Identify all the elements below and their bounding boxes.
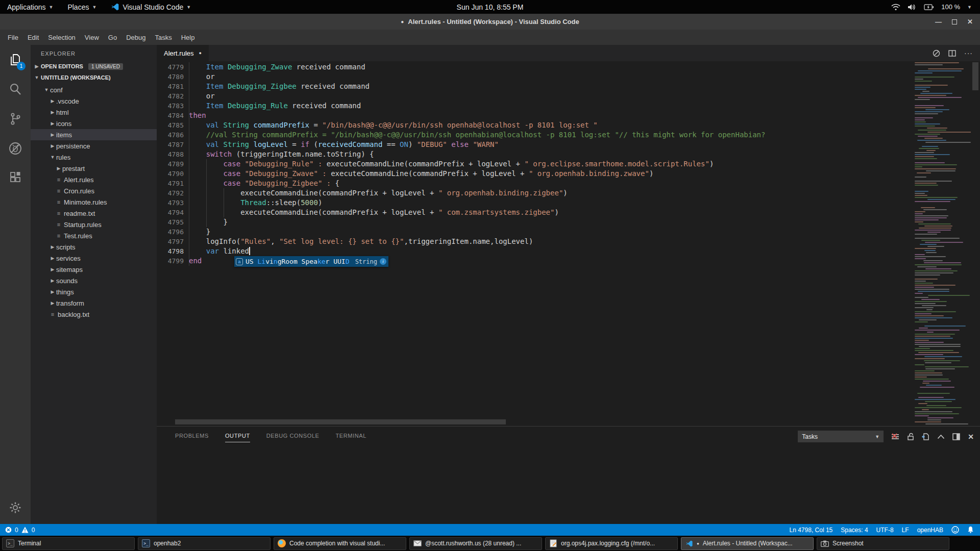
taskbar-button-terminal2[interactable]: >_openhab2 bbox=[138, 537, 271, 550]
tree-item-test-rules[interactable]: ≡Test.rules bbox=[31, 230, 157, 241]
vertical-scrollbar[interactable] bbox=[972, 62, 978, 90]
autocomplete-popup[interactable]: a US LivingRoom Speaker UUID String i bbox=[234, 256, 388, 267]
explorer-activity-button[interactable]: 1 bbox=[0, 45, 31, 74]
open-log-file-icon[interactable] bbox=[922, 433, 929, 441]
code-line-4795[interactable]: 4795 } bbox=[157, 217, 980, 227]
code-line-4792[interactable]: 4792 executeCommandLine(commandPrefix + … bbox=[157, 188, 980, 198]
tree-item-backlog-txt[interactable]: ≡backlog.txt bbox=[31, 309, 157, 320]
code-line-4786[interactable]: 4786 //val String commandPrefix = "/bin/… bbox=[157, 130, 980, 140]
tree-item-alert-rules[interactable]: ≡Alert.rules bbox=[31, 174, 157, 185]
close-button[interactable]: ✕ bbox=[967, 18, 973, 25]
circle-slash-icon[interactable] bbox=[933, 49, 940, 57]
cursor-position[interactable]: Ln 4798, Col 15 bbox=[790, 527, 833, 534]
taskbar-button-firefox[interactable]: Code completion with visual studi... bbox=[274, 537, 406, 550]
maximize-panel-icon[interactable] bbox=[937, 434, 945, 439]
tree-item-html[interactable]: ▶html bbox=[31, 107, 157, 118]
code-line-4785[interactable]: 4785 val String commandPrefix = "/bin/ba… bbox=[157, 120, 980, 130]
menu-view[interactable]: View bbox=[80, 32, 104, 43]
tree-item-sitemaps[interactable]: ▶sitemaps bbox=[31, 264, 157, 275]
menu-tasks[interactable]: Tasks bbox=[150, 32, 176, 43]
tree-item-services[interactable]: ▶services bbox=[31, 253, 157, 264]
tree-item-persistence[interactable]: ▶persistence bbox=[31, 140, 157, 152]
maximize-button[interactable] bbox=[952, 19, 957, 24]
menu-selection[interactable]: Selection bbox=[43, 32, 80, 43]
clear-output-icon[interactable] bbox=[891, 433, 899, 441]
minimap[interactable] bbox=[914, 61, 971, 426]
panel-tab-output[interactable]: OUTPUT bbox=[225, 433, 250, 442]
applications-menu[interactable]: Applications ▼ bbox=[0, 0, 60, 14]
tree-item-conf[interactable]: ▼conf bbox=[31, 84, 157, 95]
notifications-bell-icon[interactable] bbox=[967, 526, 974, 534]
tree-item-readme-txt[interactable]: ≡readme.txt bbox=[31, 208, 157, 219]
tree-item-startup-rules[interactable]: ≡Startup.rules bbox=[31, 219, 157, 230]
eol-status[interactable]: LF bbox=[902, 527, 909, 534]
tab-alert-rules[interactable]: Alert.rules ● bbox=[157, 45, 209, 61]
language-mode[interactable]: openHAB bbox=[917, 527, 943, 534]
feedback-smiley-icon[interactable] bbox=[951, 526, 959, 534]
window-titlebar[interactable]: ● Alert.rules - Untitled (Workspace) - V… bbox=[0, 14, 980, 30]
code-line-4794[interactable]: 4794 executeCommandLine(commandPrefix + … bbox=[157, 208, 980, 217]
code-line-4788[interactable]: 4788 switch (triggeringItem.name.toStrin… bbox=[157, 149, 980, 159]
taskbar-button-editor[interactable]: org.ops4j.pax.logging.cfg (/mnt/o... bbox=[545, 537, 678, 550]
split-editor-icon[interactable] bbox=[948, 49, 956, 57]
code-line-4789[interactable]: 4789 case "Debugging_Rule" : executeComm… bbox=[157, 159, 980, 169]
menu-file[interactable]: File bbox=[3, 32, 23, 43]
tree-item-minimote-rules[interactable]: ≡Minimote.rules bbox=[31, 196, 157, 208]
code-line-4797[interactable]: 4797 logInfo("Rules", "Set log level: {}… bbox=[157, 237, 980, 246]
extensions-activity-button[interactable] bbox=[0, 163, 31, 193]
manage-button[interactable] bbox=[0, 495, 31, 520]
debug-activity-button[interactable] bbox=[0, 134, 31, 163]
indentation-status[interactable]: Spaces: 4 bbox=[841, 527, 868, 534]
code-line-4787[interactable]: 4787 val String logLevel = if (receivedC… bbox=[157, 140, 980, 149]
places-menu[interactable]: Places ▼ bbox=[60, 0, 104, 14]
close-panel-icon[interactable]: ✕ bbox=[968, 433, 974, 441]
tree-item-prestart[interactable]: ▶prestart bbox=[31, 163, 157, 174]
tree-item--vscode[interactable]: ▶.vscode bbox=[31, 95, 157, 107]
tree-item-things[interactable]: ▶things bbox=[31, 286, 157, 297]
menu-go[interactable]: Go bbox=[104, 32, 121, 43]
code-line-4790[interactable]: 4790 case "Debugging_Zwave" : executeCom… bbox=[157, 169, 980, 179]
taskbar-button-terminal[interactable]: >_Terminal bbox=[2, 537, 135, 550]
code-line-4781[interactable]: 4781 Item Debugging_Zigbee received comm… bbox=[157, 82, 980, 91]
tree-item-rules[interactable]: ▼rules bbox=[31, 152, 157, 163]
menu-debug[interactable]: Debug bbox=[121, 32, 150, 43]
search-activity-button[interactable] bbox=[0, 74, 31, 104]
panel-tab-debug-console[interactable]: DEBUG CONSOLE bbox=[266, 433, 320, 442]
taskbar-button-vscode[interactable]: ●Alert.rules - Untitled (Workspac... bbox=[681, 537, 814, 550]
tree-item-scripts[interactable]: ▶scripts bbox=[31, 241, 157, 253]
tasks-dropdown[interactable]: Tasks ▼ bbox=[798, 431, 884, 442]
code-line-4779[interactable]: 4779 Item Debugging_Zwave received comma… bbox=[157, 62, 980, 72]
workspace-section[interactable]: ▼ UNTITLED (WORKSPACE) bbox=[31, 72, 157, 83]
code-editor[interactable]: 4779 Item Debugging_Zwave received comma… bbox=[157, 62, 980, 266]
app-title-menu[interactable]: Visual Studio Code ▼ bbox=[104, 0, 198, 14]
tree-item-transform[interactable]: ▶transform bbox=[31, 297, 157, 309]
problems-status[interactable]: 0 0 bbox=[0, 527, 35, 534]
code-line-4791[interactable]: 4791 case "Debugging_Zigbee" : { bbox=[157, 179, 980, 188]
tree-item-items[interactable]: ▶items bbox=[31, 129, 157, 140]
taskbar-button-mail[interactable]: @scott.rushworth.us (28 unread) ... bbox=[409, 537, 542, 550]
unlock-scroll-icon[interactable] bbox=[907, 433, 914, 441]
panel-tab-problems[interactable]: PROBLEMS bbox=[175, 433, 209, 442]
taskbar-button-screenshot[interactable]: Screenshot bbox=[817, 537, 949, 550]
minimize-button[interactable]: — bbox=[935, 18, 942, 25]
tree-item-sounds[interactable]: ▶sounds bbox=[31, 275, 157, 286]
panel-layout-icon[interactable] bbox=[952, 433, 960, 440]
code-line-4793[interactable]: 4793 Thread::sleep(5000) bbox=[157, 198, 980, 208]
menu-edit[interactable]: Edit bbox=[23, 32, 43, 43]
tree-item-icons[interactable]: ▶icons bbox=[31, 118, 157, 129]
code-line-4782[interactable]: 4782 or bbox=[157, 91, 980, 101]
open-editors-section[interactable]: ▶ OPEN EDITORS 1 UNSAVED bbox=[31, 61, 157, 72]
menu-help[interactable]: Help bbox=[177, 32, 200, 43]
more-actions-icon[interactable]: ··· bbox=[964, 49, 973, 57]
panel-tab-terminal[interactable]: TERMINAL bbox=[336, 433, 366, 442]
source-control-activity-button[interactable] bbox=[0, 104, 31, 134]
code-line-4783[interactable]: 4783 Item Debugging_Rule received comman… bbox=[157, 101, 980, 111]
code-line-4798[interactable]: 4798 var linked bbox=[157, 246, 980, 256]
code-line-4796[interactable]: 4796 } bbox=[157, 227, 980, 237]
horizontal-scrollbar[interactable] bbox=[175, 419, 506, 424]
code-line-4784[interactable]: 4784then bbox=[157, 111, 980, 120]
code-line-4780[interactable]: 4780 or bbox=[157, 72, 980, 82]
tree-item-cron-rules[interactable]: ≡Cron.rules bbox=[31, 185, 157, 196]
encoding-status[interactable]: UTF-8 bbox=[876, 527, 894, 534]
system-tray[interactable]: 100 % ▼ bbox=[891, 3, 980, 11]
